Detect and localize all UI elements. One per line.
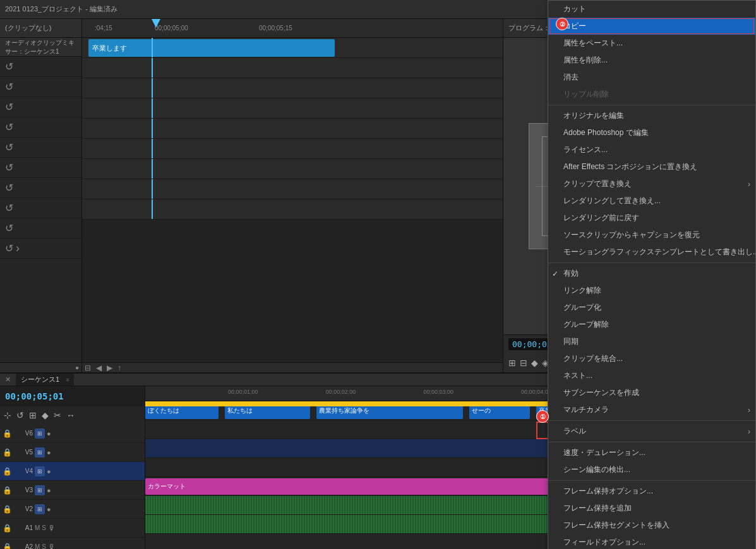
undo-row-9: ↺	[0, 218, 81, 239]
extra-tracks	[82, 58, 503, 362]
menu-speed-duration[interactable]: 速度・デュレーション...	[548, 444, 755, 461]
menu-merge-clips[interactable]: クリップを統合...	[548, 350, 755, 367]
menu-render-replace[interactable]: レンダリングして置き換え...	[548, 192, 755, 210]
mark-clip-button[interactable]: ◆	[531, 358, 538, 368]
menu-multicam-label: マルチカメラ	[563, 405, 609, 414]
menu-multicam[interactable]: マルチカメラ ›	[548, 401, 755, 418]
clip-watashitachi-label: 私たちは	[227, 406, 253, 415]
undo-row-2: ↺	[0, 77, 81, 97]
a1-mic-icon[interactable]: 🎙	[48, 524, 56, 533]
undo-icon-4[interactable]: ↺	[5, 121, 13, 133]
a1-m[interactable]: M	[35, 524, 40, 531]
separator-3	[548, 420, 755, 421]
tool-select[interactable]: ⊹	[3, 409, 13, 422]
track-label-v6: 🔒 V6 ⊞ ●	[0, 424, 145, 443]
filter-icon[interactable]: ⊟	[85, 363, 91, 372]
menu-label[interactable]: ラベル ›	[548, 423, 755, 440]
ruler-label-4: 00;00;04;00	[521, 389, 551, 395]
lock-icon-v4[interactable]: 🔒	[3, 467, 12, 476]
menu-restore-render-label: レンダリング前に戻す	[563, 213, 639, 222]
menu-add-frame-hold[interactable]: フレーム保持を追加	[548, 500, 755, 517]
tool-razor[interactable]: ✂	[52, 409, 63, 422]
a2-mic-icon[interactable]: 🎙	[48, 543, 56, 550]
menu-enable[interactable]: ✓ 有効	[548, 265, 755, 282]
a2-s[interactable]: S	[42, 543, 46, 549]
eye-icon-v2[interactable]: ●	[47, 505, 51, 513]
menu-edit-photoshop[interactable]: Adobe Photoshop で編集	[548, 124, 755, 141]
menu-paste-attributes[interactable]: 属性をペースト...	[548, 35, 755, 52]
sequence-timecode[interactable]: 00;00;05;01	[5, 391, 64, 401]
track-label-list: 🔒 V6 ⊞ ● 🔒 V5 ⊞ ● 🔒 V4 ⊞ ●	[0, 424, 145, 549]
undo-icon-5[interactable]: ↺	[5, 141, 13, 153]
undo-icon-6[interactable]: ↺	[5, 162, 13, 174]
eye-icon-v5[interactable]: ●	[47, 449, 51, 456]
menu-restore-captions[interactable]: ソースクリップからキャプションを復元	[548, 227, 755, 244]
playhead-ext-1	[152, 58, 153, 78]
menu-edit-original[interactable]: オリジナルを編集	[548, 107, 755, 124]
scroll-right-icon[interactable]: ›	[16, 242, 20, 255]
track-row-extra-3	[82, 98, 503, 119]
lock-icon-v3[interactable]: 🔒	[3, 486, 12, 495]
eye-icon-v4[interactable]: ●	[47, 468, 51, 475]
track-undo-list: ↺ ↺ ↺ ↺ ↺ ↺ ↺ ↺ ↺	[0, 57, 81, 362]
next-frame-icon[interactable]: ▶	[107, 363, 112, 372]
separator-1	[548, 105, 755, 105]
undo-icon-1[interactable]: ↺	[5, 61, 13, 73]
menu-export-motion-graphics[interactable]: モーショングラフィックステンプレートとして書き出し...	[548, 244, 755, 261]
close-source-icon[interactable]: ✕	[5, 375, 11, 384]
lock-icon-v6[interactable]: 🔒	[3, 429, 12, 438]
menu-unlink[interactable]: リンク解除	[548, 282, 755, 299]
tool-nest[interactable]: ⊞	[28, 409, 38, 422]
horizontal-scrollbar[interactable]: ●	[0, 362, 81, 372]
menu-ungroup-label: グループ解除	[563, 320, 609, 329]
seq-tab-menu-icon[interactable]: ≡	[66, 377, 69, 383]
undo-icon-2[interactable]: ↺	[5, 81, 13, 93]
eye-icon-v3[interactable]: ●	[47, 487, 51, 494]
mark-out-button[interactable]: ⊟	[520, 358, 527, 368]
lock-icon-v5[interactable]: 🔒	[3, 448, 12, 457]
export-icon[interactable]: ↑	[117, 363, 121, 372]
mark-in-button[interactable]: ⊞	[508, 358, 516, 368]
audio-mixer-header: オーディオクリップミキサー：シーケンス1	[0, 38, 81, 57]
tool-slip[interactable]: ↔	[65, 409, 76, 422]
a1-s[interactable]: S	[42, 524, 46, 531]
a2-m[interactable]: M	[35, 543, 40, 549]
menu-copy[interactable]: コピー	[548, 18, 755, 35]
track-name-v4: V4	[14, 468, 33, 475]
prev-frame-icon[interactable]: ◀	[96, 363, 102, 372]
menu-sync[interactable]: 同期	[548, 333, 755, 350]
menu-clear[interactable]: 消去	[548, 69, 755, 86]
menu-restore-render[interactable]: レンダリング前に戻す	[548, 210, 755, 227]
undo-icon-8[interactable]: ↺	[5, 202, 13, 214]
menu-group[interactable]: グループ化	[548, 299, 755, 316]
menu-replace-clip[interactable]: クリップで置き換え ›	[548, 175, 755, 192]
playhead-ext-4	[152, 119, 153, 138]
lock-icon-a2[interactable]: 🔒	[3, 543, 12, 550]
lock-icon-v2[interactable]: 🔒	[3, 505, 12, 514]
menu-replace-after-effects[interactable]: After Effects コンポジションに置き換え	[548, 158, 755, 175]
sequence-tab[interactable]: シーケンス1 ≡	[16, 374, 74, 386]
menu-field-options[interactable]: フィールドオプション...	[548, 534, 755, 549]
tool-undo[interactable]: ↺	[15, 409, 25, 422]
menu-delete-attributes[interactable]: 属性を削除...	[548, 52, 755, 69]
menu-scene-edit-detect[interactable]: シーン編集の検出...	[548, 461, 755, 478]
undo-row-3: ↺	[0, 97, 81, 117]
lock-icon-a1[interactable]: 🔒	[3, 524, 12, 533]
eye-icon-v6[interactable]: ●	[47, 430, 51, 437]
menu-ungroup[interactable]: グループ解除	[548, 316, 755, 333]
menu-cut[interactable]: カット	[548, 1, 755, 18]
tool-link[interactable]: ◆	[40, 409, 50, 422]
menu-insert-frame-hold-segment[interactable]: フレーム保持セグメントを挿入	[548, 517, 755, 534]
timeline-ruler: :04;15 00;00;05;00 00;00;05;15	[82, 19, 503, 38]
menu-make-subsequence[interactable]: サブシーケンスを作成	[548, 384, 755, 401]
clip-bar-graduate[interactable]: 卒業します	[88, 39, 335, 57]
undo-icon-7[interactable]: ↺	[5, 182, 13, 194]
menu-frame-hold-options[interactable]: フレーム保持オプション...	[548, 483, 755, 500]
menu-nest[interactable]: ネスト...	[548, 367, 755, 384]
undo-icon-3[interactable]: ↺	[5, 101, 13, 113]
undo-icon-10[interactable]: ↺	[5, 242, 13, 254]
undo-icon-9[interactable]: ↺	[5, 222, 13, 234]
menu-license[interactable]: ライセンス...	[548, 141, 755, 158]
menu-field-options-label: フィールドオプション...	[563, 538, 645, 546]
menu-speed-duration-label: 速度・デュレーション...	[563, 448, 645, 457]
